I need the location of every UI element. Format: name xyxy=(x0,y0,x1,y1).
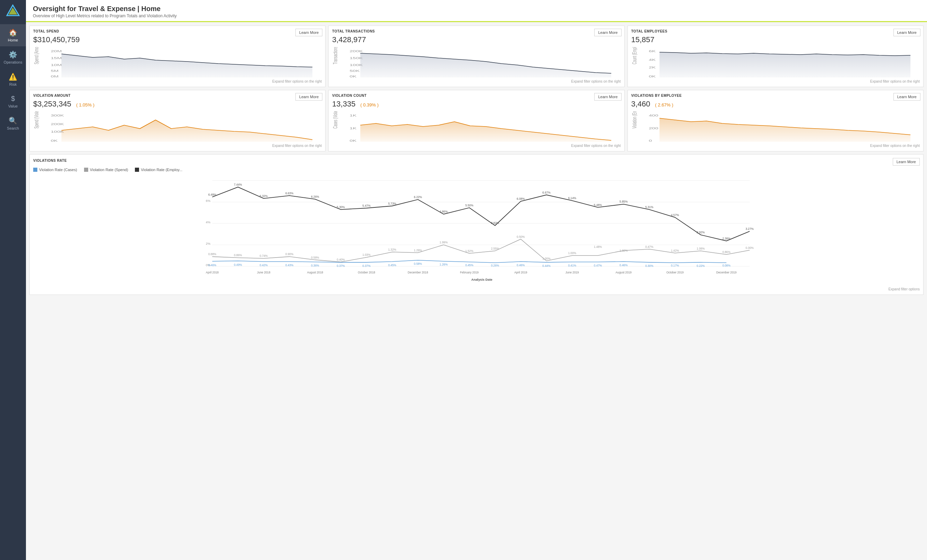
svg-text:0.74%: 0.74% xyxy=(260,254,268,258)
dashboard-content: TOTAL SPEND Learn More $310,450,759 20M … xyxy=(26,22,927,560)
svg-text:1.29%: 1.29% xyxy=(414,249,422,252)
svg-text:0.36%: 0.36% xyxy=(311,264,319,267)
svg-text:August 2019: August 2019 xyxy=(616,271,632,274)
violation-rate-section: VIOLATIONS RATE Learn More Violation Rat… xyxy=(29,154,924,295)
legend-cases: Violation Rate (Cases) xyxy=(33,168,77,172)
total-employees-title: TOTAL EMPLOYEES xyxy=(631,29,920,33)
svg-text:Spend (Amount): Spend (Amount) xyxy=(33,47,40,64)
svg-text:Cases (Violation): Cases (Violation) xyxy=(332,111,338,129)
svg-text:6K: 6K xyxy=(649,49,655,53)
svg-text:April 2018: April 2018 xyxy=(206,271,219,274)
violation-amount-card: VIOLATION AMOUNT Learn More $3,253,345 (… xyxy=(29,90,325,152)
legend-employ-label: Violation Rate (Employ... xyxy=(141,168,182,172)
svg-text:200K: 200K xyxy=(350,49,363,53)
svg-text:0K: 0K xyxy=(350,75,357,78)
svg-text:1.00%: 1.00% xyxy=(568,252,576,255)
svg-text:3.27%: 3.27% xyxy=(745,228,754,231)
sidebar-item-search[interactable]: 🔍 Search xyxy=(0,112,26,135)
total-spend-chart: 20M 15M 10M 5M 0M Spend (Amount) xyxy=(33,47,322,78)
top-metrics-row: TOTAL SPEND Learn More $310,450,759 20M … xyxy=(29,26,924,87)
violations-by-employee-learn-more[interactable]: Learn More xyxy=(894,93,921,100)
svg-text:6.48%: 6.48% xyxy=(208,193,217,196)
violation-amount-value: $3,253,345 ( 1.05% ) xyxy=(33,100,322,109)
svg-text:April 2019: April 2019 xyxy=(514,271,527,274)
violation-count-pct: ( 0.39% ) xyxy=(360,102,379,108)
sidebar-label-value: Value xyxy=(8,104,18,108)
total-employees-learn-more[interactable]: Learn More xyxy=(894,29,921,36)
sidebar-item-risk[interactable]: ⚠️ Risk xyxy=(0,68,26,91)
svg-text:2K: 2K xyxy=(649,66,655,69)
svg-text:1.48%: 1.48% xyxy=(594,246,602,249)
svg-text:0.88%: 0.88% xyxy=(208,253,217,256)
svg-text:0K: 0K xyxy=(51,139,58,143)
total-spend-expand: Expand filter options on the right xyxy=(33,79,322,83)
svg-text:15M: 15M xyxy=(51,56,62,60)
violation-count-chart: 1K 1K 0K Cases (Violation) xyxy=(332,111,620,143)
main-content: Oversight for Travel & Expense | Home Ov… xyxy=(26,0,927,560)
svg-text:0.90%: 0.90% xyxy=(286,253,294,256)
svg-text:5.48%: 5.48% xyxy=(594,203,602,207)
legend-spend-label: Violation Rate (Spend) xyxy=(90,168,128,172)
svg-text:0.58%: 0.58% xyxy=(414,263,422,266)
svg-text:0: 0 xyxy=(649,139,652,143)
sidebar-label-home: Home xyxy=(8,38,18,42)
svg-text:December 2018: December 2018 xyxy=(408,271,428,274)
svg-text:Spend (Violation): Spend (Violation) xyxy=(33,111,40,129)
violation-count-expand: Expand filter options on the right xyxy=(332,144,620,147)
svg-text:Transactions: Transactions xyxy=(332,47,338,64)
violation-amount-chart: 300K 200K 100K 0K Spend (Violation) xyxy=(33,111,322,143)
svg-text:1.99%: 1.99% xyxy=(440,241,448,244)
svg-text:10M: 10M xyxy=(51,63,62,67)
sidebar-item-operations[interactable]: ⚙️ Operations xyxy=(0,46,26,68)
violation-rate-chart: 0% 2% 4% 6% xyxy=(33,175,920,286)
svg-text:0.43%: 0.43% xyxy=(286,264,294,267)
svg-text:5.85%: 5.85% xyxy=(620,200,628,203)
total-employees-card: TOTAL EMPLOYEES Learn More 15,857 6K 4K … xyxy=(628,26,924,87)
search-icon: 🔍 xyxy=(9,117,17,125)
svg-text:1.00%: 1.00% xyxy=(543,257,551,260)
svg-text:0K: 0K xyxy=(350,139,357,143)
total-employees-expand: Expand filter options on the right xyxy=(631,79,920,83)
app-logo xyxy=(5,3,21,19)
svg-text:February 2019: February 2019 xyxy=(460,271,479,274)
svg-text:6.14%: 6.14% xyxy=(568,197,576,200)
violation-count-learn-more[interactable]: Learn More xyxy=(594,93,621,100)
svg-text:0.49%: 0.49% xyxy=(234,263,242,267)
svg-text:0.46%: 0.46% xyxy=(517,264,525,267)
svg-text:1.26%: 1.26% xyxy=(440,263,448,266)
svg-text:4K: 4K xyxy=(649,58,655,62)
total-spend-learn-more[interactable]: Learn More xyxy=(295,29,322,36)
svg-text:5.73%: 5.73% xyxy=(388,202,397,205)
violation-metrics-row: VIOLATION AMOUNT Learn More $3,253,345 (… xyxy=(29,90,924,152)
svg-text:5.50%: 5.50% xyxy=(465,204,474,207)
svg-text:6.26%: 6.26% xyxy=(311,195,319,199)
svg-text:0.26%: 0.26% xyxy=(491,264,499,267)
svg-text:October 2018: October 2018 xyxy=(358,271,375,274)
svg-text:300K: 300K xyxy=(51,114,64,117)
svg-text:Violation (Employees): Violation (Employees) xyxy=(631,111,637,129)
page-subtitle: Overview of High Level Metrics related t… xyxy=(33,14,920,18)
sidebar-item-value[interactable]: $ Value xyxy=(0,91,26,112)
svg-text:1.03%: 1.03% xyxy=(363,253,371,256)
svg-text:20M: 20M xyxy=(51,49,62,53)
svg-text:5.47%: 5.47% xyxy=(363,204,371,207)
svg-text:0.22%: 0.22% xyxy=(697,264,705,267)
svg-text:6.08%: 6.08% xyxy=(517,197,525,200)
svg-rect-32 xyxy=(33,168,37,172)
svg-text:0.58%: 0.58% xyxy=(311,256,319,259)
violations-by-employee-title: VIOLATIONS BY EMPLOYEE xyxy=(631,94,920,97)
violation-rate-learn-more[interactable]: Learn More xyxy=(893,158,920,165)
violation-amount-pct: ( 1.05% ) xyxy=(76,102,94,108)
svg-text:Analysis Date: Analysis Date xyxy=(471,278,492,281)
svg-text:1.06%: 1.06% xyxy=(697,247,705,250)
svg-text:1K: 1K xyxy=(350,126,357,130)
violation-rate-expand: Expand filter options xyxy=(33,287,920,291)
svg-text:1K: 1K xyxy=(350,114,357,117)
violation-amount-title: VIOLATION AMOUNT xyxy=(33,94,322,97)
svg-text:200K: 200K xyxy=(51,122,64,126)
total-employees-value: 15,857 xyxy=(631,35,920,44)
svg-text:50K: 50K xyxy=(350,69,360,73)
sidebar-item-home[interactable]: 🏠 Home xyxy=(0,24,26,46)
violation-amount-learn-more[interactable]: Learn More xyxy=(295,93,322,100)
total-transactions-learn-more[interactable]: Learn More xyxy=(594,29,621,36)
